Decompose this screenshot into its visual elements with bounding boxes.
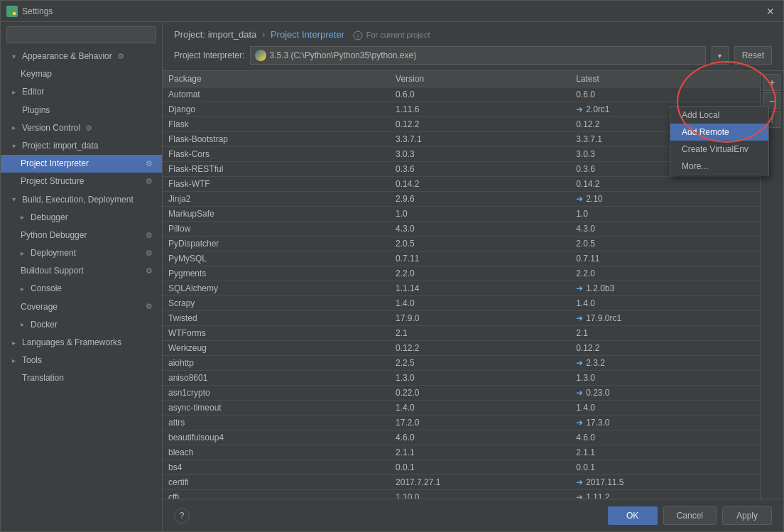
package-name: async-timeout [163, 401, 390, 416]
package-latest: 0.14.2 [570, 177, 760, 192]
table-row[interactable]: MarkupSafe1.01.0 [163, 207, 760, 222]
sidebar-item-label: Project: import_data [22, 139, 98, 153]
gear-icon: ⚙ [115, 51, 126, 63]
sidebar-item-languages-frameworks[interactable]: ▸ Languages & Frameworks [1, 334, 162, 352]
sidebar-item-keymap[interactable]: Keymap [1, 65, 162, 83]
package-latest: ➜17.9.0rc1 [570, 311, 760, 326]
package-name: Flask-WTF [163, 177, 390, 192]
sidebar-item-debugger[interactable]: ▸ Debugger [1, 209, 162, 227]
cancel-button[interactable]: Cancel [663, 506, 717, 525]
table-row[interactable]: Automat0.6.00.6.0 [163, 87, 760, 102]
table-row[interactable]: PyMySQL0.7.110.7.11 [163, 251, 760, 266]
gear-icon: ⚙ [143, 266, 155, 277]
package-version: 1.4.0 [390, 401, 570, 416]
expand-arrow: ▸ [12, 87, 21, 98]
table-row[interactable]: aiohttp2.2.5➜2.3.2 [163, 356, 760, 371]
sidebar-item-buildout-support[interactable]: Buildout Support ⚙ [1, 262, 162, 280]
table-row[interactable]: Pillow4.3.04.3.0 [163, 222, 760, 237]
package-version: 0.7.11 [390, 251, 570, 266]
sidebar-item-version-control[interactable]: ▸ Version Control ⚙ [1, 119, 162, 137]
sidebar-item-build-execution[interactable]: ▾ Build, Execution, Deployment [1, 191, 162, 209]
sidebar-item-project[interactable]: ▾ Project: import_data [1, 137, 162, 155]
table-row[interactable]: attrs17.2.0➜17.3.0 [163, 416, 760, 430]
sidebar-item-translation[interactable]: ▸ Translation [1, 369, 162, 387]
table-row[interactable]: SQLAlchemy1.1.14➜1.2.0b3 [163, 281, 760, 296]
table-row[interactable]: Werkzeug0.12.20.12.2 [163, 341, 760, 356]
package-name: bs4 [163, 460, 390, 475]
package-name: Jinja2 [163, 192, 390, 207]
apply-button[interactable]: Apply [722, 506, 772, 525]
svg-rect-0 [9, 8, 11, 11]
package-version: 0.0.1 [390, 460, 570, 475]
table-header-row: Package Version Latest [163, 71, 760, 87]
package-name: Automat [163, 87, 390, 102]
package-name: Twisted [163, 311, 390, 326]
table-row[interactable]: cffi1.10.0➜1.11.2 [163, 490, 760, 499]
dropdown-menu: Add Local Add Remote Create VirtualEnv M… [670, 106, 769, 175]
expand-arrow: ▾ [12, 51, 21, 63]
package-latest: 0.6.0 [570, 87, 760, 102]
package-latest: 2.2.0 [570, 266, 760, 281]
sidebar-item-deployment[interactable]: ▸ Deployment ⚙ [1, 244, 162, 262]
sidebar-item-label: Build, Execution, Deployment [22, 193, 134, 207]
menu-item-add-remote[interactable]: Add Remote [670, 124, 768, 141]
package-name: beautifulsoup4 [163, 430, 390, 445]
table-row[interactable]: bs40.0.10.0.1 [163, 460, 760, 475]
package-latest: 4.3.0 [570, 222, 760, 237]
help-button[interactable]: ? [174, 508, 190, 523]
settings-window: Settings ✕ ▾ Appearance & Behavior ⚙ Key… [0, 0, 784, 532]
footer-right: OK Cancel Apply [608, 506, 772, 525]
package-version: 2.1 [390, 326, 570, 341]
table-row[interactable]: beautifulsoup44.6.04.6.0 [163, 430, 760, 445]
menu-item-more[interactable]: More... [670, 158, 768, 175]
package-name: attrs [163, 416, 390, 430]
interpreter-dropdown-button[interactable]: ▾ [712, 46, 729, 65]
table-row[interactable]: PyDispatcher2.0.52.0.5 [163, 237, 760, 251]
breadcrumb: Project: import_data › Project Interpret… [174, 29, 772, 40]
table-row[interactable]: bleach2.1.12.1.1 [163, 445, 760, 460]
sidebar-item-python-debugger[interactable]: Python Debugger ⚙ [1, 227, 162, 244]
sidebar-item-coverage[interactable]: Coverage ⚙ [1, 298, 162, 316]
table-row[interactable]: WTForms2.12.1 [163, 326, 760, 341]
close-button[interactable]: ✕ [763, 4, 778, 18]
table-row[interactable]: Jinja22.9.6➜2.10 [163, 192, 760, 207]
sidebar-item-appearance-behavior[interactable]: ▾ Appearance & Behavior ⚙ [1, 48, 162, 65]
package-version: 4.6.0 [390, 430, 570, 445]
sidebar-item-docker[interactable]: ▸ Docker [1, 316, 162, 334]
search-box[interactable] [6, 26, 156, 43]
package-name: certifi [163, 475, 390, 490]
package-version: 17.2.0 [390, 416, 570, 430]
menu-item-create-virtualenv[interactable]: Create VirtualEnv [670, 141, 768, 158]
interpreter-select[interactable]: 3.5.3 (C:\Python\Python35\python.exe) [250, 46, 705, 65]
package-latest: 4.6.0 [570, 430, 760, 445]
breadcrumb-section: Project Interpreter [271, 29, 344, 40]
sidebar-item-editor[interactable]: ▸ Editor [1, 83, 162, 101]
reset-button[interactable]: Reset [734, 46, 772, 65]
table-row[interactable]: certifi2017.7.27.1➜2017.11.5 [163, 475, 760, 490]
table-row[interactable]: Twisted17.9.0➜17.9.0rc1 [163, 311, 760, 326]
sidebar-item-plugins[interactable]: ▸ Plugins [1, 102, 162, 119]
package-latest: 2.0.5 [570, 237, 760, 251]
breadcrumb-project: Project: import_data [174, 29, 256, 40]
table-row[interactable]: Scrapy1.4.01.4.0 [163, 296, 760, 311]
menu-item-add-local[interactable]: Add Local [670, 107, 768, 124]
table-row[interactable]: async-timeout1.4.01.4.0 [163, 401, 760, 416]
sidebar-item-label: Keymap [21, 67, 52, 81]
table-row[interactable]: Flask-WTF0.14.20.14.2 [163, 177, 760, 192]
sidebar-item-project-structure[interactable]: Project Structure ⚙ [1, 173, 162, 190]
table-row[interactable]: aniso86011.3.01.3.0 [163, 371, 760, 386]
ok-button[interactable]: OK [608, 506, 658, 525]
update-arrow: ➜ [576, 358, 583, 368]
sidebar-item-label: Version Control [22, 121, 80, 135]
expand-arrow: ▾ [12, 141, 21, 152]
sidebar-item-project-interpreter[interactable]: Project Interpreter ⚙ [1, 155, 162, 173]
sidebar-item-console[interactable]: ▸ Console [1, 280, 162, 298]
table-row[interactable]: asn1crypto0.22.0➜0.23.0 [163, 386, 760, 401]
search-input[interactable] [11, 30, 151, 40]
package-version: 2017.7.27.1 [390, 475, 570, 490]
table-row[interactable]: Pygments2.2.02.2.0 [163, 266, 760, 281]
sidebar-item-tools[interactable]: ▸ Tools [1, 352, 162, 369]
expand-arrow: ▸ [12, 355, 21, 367]
title-bar: Settings ✕ [1, 1, 783, 22]
add-package-button[interactable]: + [763, 74, 780, 91]
